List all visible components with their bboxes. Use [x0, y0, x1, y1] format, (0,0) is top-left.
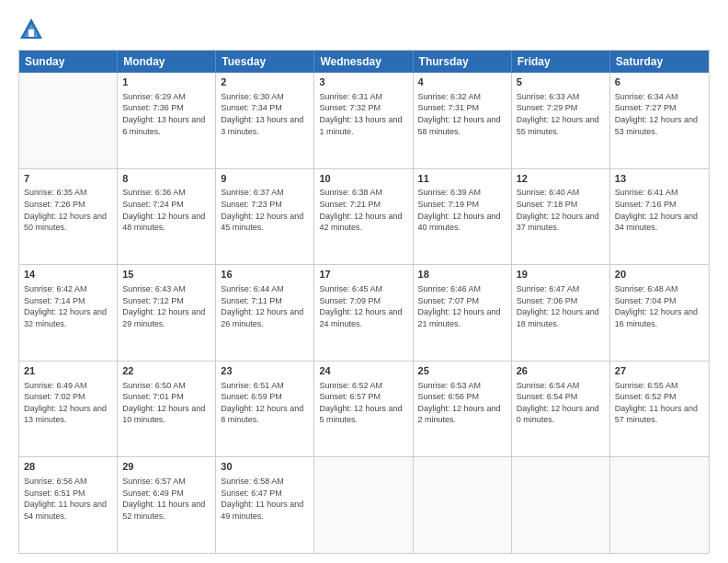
page: SundayMondayTuesdayWednesdayThursdayFrid… — [0, 0, 728, 563]
header — [18, 17, 710, 42]
cal-cell: 2Sunrise: 6:30 AMSunset: 7:34 PMDaylight… — [216, 73, 314, 168]
cell-detail: Sunrise: 6:51 AMSunset: 6:59 PMDaylight:… — [221, 380, 309, 426]
cal-cell — [19, 73, 118, 168]
cell-detail: Sunrise: 6:55 AMSunset: 6:52 PMDaylight:… — [615, 380, 704, 426]
cal-cell: 26Sunrise: 6:54 AMSunset: 6:54 PMDayligh… — [512, 362, 610, 457]
header-day-sunday: Sunday — [19, 51, 118, 73]
cal-cell: 28Sunrise: 6:56 AMSunset: 6:51 PMDayligh… — [19, 457, 118, 553]
cal-cell: 22Sunrise: 6:50 AMSunset: 7:01 PMDayligh… — [118, 362, 216, 457]
cal-cell: 9Sunrise: 6:37 AMSunset: 7:23 PMDaylight… — [216, 169, 314, 265]
cal-cell — [512, 457, 610, 553]
day-number: 14 — [24, 268, 112, 282]
cell-detail: Sunrise: 6:36 AMSunset: 7:24 PMDaylight:… — [122, 187, 210, 233]
cal-cell — [414, 457, 512, 553]
cal-cell: 6Sunrise: 6:34 AMSunset: 7:27 PMDaylight… — [610, 73, 709, 168]
cell-detail: Sunrise: 6:35 AMSunset: 7:26 PMDaylight:… — [24, 187, 112, 233]
calendar-body: 1Sunrise: 6:29 AMSunset: 7:36 PMDaylight… — [19, 73, 709, 553]
cell-detail: Sunrise: 6:29 AMSunset: 7:36 PMDaylight:… — [122, 91, 210, 137]
day-number: 3 — [319, 75, 407, 89]
day-number: 11 — [418, 172, 506, 186]
cal-cell: 18Sunrise: 6:46 AMSunset: 7:07 PMDayligh… — [414, 265, 512, 361]
cal-cell: 7Sunrise: 6:35 AMSunset: 7:26 PMDaylight… — [19, 169, 118, 265]
day-number: 23 — [221, 364, 309, 378]
cal-cell: 23Sunrise: 6:51 AMSunset: 6:59 PMDayligh… — [216, 362, 314, 457]
day-number: 7 — [24, 172, 112, 186]
cell-detail: Sunrise: 6:50 AMSunset: 7:01 PMDaylight:… — [122, 380, 210, 426]
cal-cell: 30Sunrise: 6:58 AMSunset: 6:47 PMDayligh… — [216, 457, 314, 553]
cal-cell: 8Sunrise: 6:36 AMSunset: 7:24 PMDaylight… — [118, 169, 216, 265]
cell-detail: Sunrise: 6:56 AMSunset: 6:51 PMDaylight:… — [24, 476, 112, 522]
cal-cell: 13Sunrise: 6:41 AMSunset: 7:16 PMDayligh… — [610, 169, 709, 265]
cal-cell: 20Sunrise: 6:48 AMSunset: 7:04 PMDayligh… — [610, 265, 709, 361]
cal-cell: 12Sunrise: 6:40 AMSunset: 7:18 PMDayligh… — [512, 169, 610, 265]
cal-cell: 25Sunrise: 6:53 AMSunset: 6:56 PMDayligh… — [414, 362, 512, 457]
day-number: 6 — [615, 75, 704, 89]
cell-detail: Sunrise: 6:49 AMSunset: 7:02 PMDaylight:… — [24, 380, 112, 426]
week-row-0: 1Sunrise: 6:29 AMSunset: 7:36 PMDaylight… — [19, 73, 709, 168]
day-number: 16 — [221, 268, 309, 282]
cell-detail: Sunrise: 6:46 AMSunset: 7:07 PMDaylight:… — [418, 283, 506, 329]
cell-detail: Sunrise: 6:48 AMSunset: 7:04 PMDaylight:… — [615, 283, 704, 329]
svg-rect-2 — [28, 29, 34, 37]
calendar-header: SundayMondayTuesdayWednesdayThursdayFrid… — [19, 51, 709, 73]
cell-detail: Sunrise: 6:44 AMSunset: 7:11 PMDaylight:… — [221, 283, 309, 329]
day-number: 28 — [24, 460, 112, 474]
day-number: 22 — [122, 364, 210, 378]
cal-cell: 1Sunrise: 6:29 AMSunset: 7:36 PMDaylight… — [118, 73, 216, 168]
cell-detail: Sunrise: 6:47 AMSunset: 7:06 PMDaylight:… — [517, 283, 605, 329]
cal-cell: 24Sunrise: 6:52 AMSunset: 6:57 PMDayligh… — [314, 362, 413, 457]
logo-icon — [18, 17, 44, 42]
day-number: 9 — [221, 172, 309, 186]
cal-cell: 15Sunrise: 6:43 AMSunset: 7:12 PMDayligh… — [118, 265, 216, 361]
day-number: 4 — [418, 75, 506, 89]
cal-cell: 17Sunrise: 6:45 AMSunset: 7:09 PMDayligh… — [314, 265, 413, 361]
cell-detail: Sunrise: 6:39 AMSunset: 7:19 PMDaylight:… — [418, 187, 506, 233]
day-number: 12 — [517, 172, 605, 186]
cell-detail: Sunrise: 6:43 AMSunset: 7:12 PMDaylight:… — [122, 283, 210, 329]
cal-cell: 21Sunrise: 6:49 AMSunset: 7:02 PMDayligh… — [19, 362, 118, 457]
header-day-tuesday: Tuesday — [216, 51, 314, 73]
day-number: 13 — [615, 172, 704, 186]
week-row-1: 7Sunrise: 6:35 AMSunset: 7:26 PMDaylight… — [19, 168, 709, 265]
day-number: 20 — [615, 268, 704, 282]
cal-cell: 19Sunrise: 6:47 AMSunset: 7:06 PMDayligh… — [512, 265, 610, 361]
cell-detail: Sunrise: 6:38 AMSunset: 7:21 PMDaylight:… — [319, 187, 407, 233]
cell-detail: Sunrise: 6:37 AMSunset: 7:23 PMDaylight:… — [221, 187, 309, 233]
day-number: 5 — [517, 75, 605, 89]
week-row-3: 21Sunrise: 6:49 AMSunset: 7:02 PMDayligh… — [19, 361, 709, 457]
day-number: 26 — [517, 364, 605, 378]
cell-detail: Sunrise: 6:33 AMSunset: 7:29 PMDaylight:… — [517, 91, 605, 137]
day-number: 27 — [615, 364, 704, 378]
header-day-saturday: Saturday — [610, 51, 709, 73]
cal-cell: 10Sunrise: 6:38 AMSunset: 7:21 PMDayligh… — [314, 169, 413, 265]
cal-cell: 3Sunrise: 6:31 AMSunset: 7:32 PMDaylight… — [314, 73, 413, 168]
day-number: 15 — [122, 268, 210, 282]
header-day-friday: Friday — [512, 51, 610, 73]
cal-cell: 29Sunrise: 6:57 AMSunset: 6:49 PMDayligh… — [118, 457, 216, 553]
cell-detail: Sunrise: 6:31 AMSunset: 7:32 PMDaylight:… — [319, 91, 407, 137]
cal-cell: 16Sunrise: 6:44 AMSunset: 7:11 PMDayligh… — [216, 265, 314, 361]
cal-cell — [610, 457, 709, 553]
day-number: 8 — [122, 172, 210, 186]
day-number: 2 — [221, 75, 309, 89]
cal-cell: 27Sunrise: 6:55 AMSunset: 6:52 PMDayligh… — [610, 362, 709, 457]
cell-detail: Sunrise: 6:32 AMSunset: 7:31 PMDaylight:… — [418, 91, 506, 137]
calendar: SundayMondayTuesdayWednesdayThursdayFrid… — [18, 50, 710, 554]
cell-detail: Sunrise: 6:40 AMSunset: 7:18 PMDaylight:… — [517, 187, 605, 233]
week-row-4: 28Sunrise: 6:56 AMSunset: 6:51 PMDayligh… — [19, 456, 709, 553]
cal-cell: 4Sunrise: 6:32 AMSunset: 7:31 PMDaylight… — [414, 73, 512, 168]
cell-detail: Sunrise: 6:41 AMSunset: 7:16 PMDaylight:… — [615, 187, 704, 233]
day-number: 21 — [24, 364, 112, 378]
cell-detail: Sunrise: 6:58 AMSunset: 6:47 PMDaylight:… — [221, 476, 309, 522]
day-number: 18 — [418, 268, 506, 282]
cal-cell — [314, 457, 413, 553]
cell-detail: Sunrise: 6:30 AMSunset: 7:34 PMDaylight:… — [221, 91, 309, 137]
cell-detail: Sunrise: 6:54 AMSunset: 6:54 PMDaylight:… — [517, 380, 605, 426]
day-number: 10 — [319, 172, 407, 186]
cell-detail: Sunrise: 6:34 AMSunset: 7:27 PMDaylight:… — [615, 91, 704, 137]
day-number: 25 — [418, 364, 506, 378]
logo — [18, 17, 48, 42]
cell-detail: Sunrise: 6:42 AMSunset: 7:14 PMDaylight:… — [24, 283, 112, 329]
cell-detail: Sunrise: 6:57 AMSunset: 6:49 PMDaylight:… — [122, 476, 210, 522]
day-number: 24 — [319, 364, 407, 378]
